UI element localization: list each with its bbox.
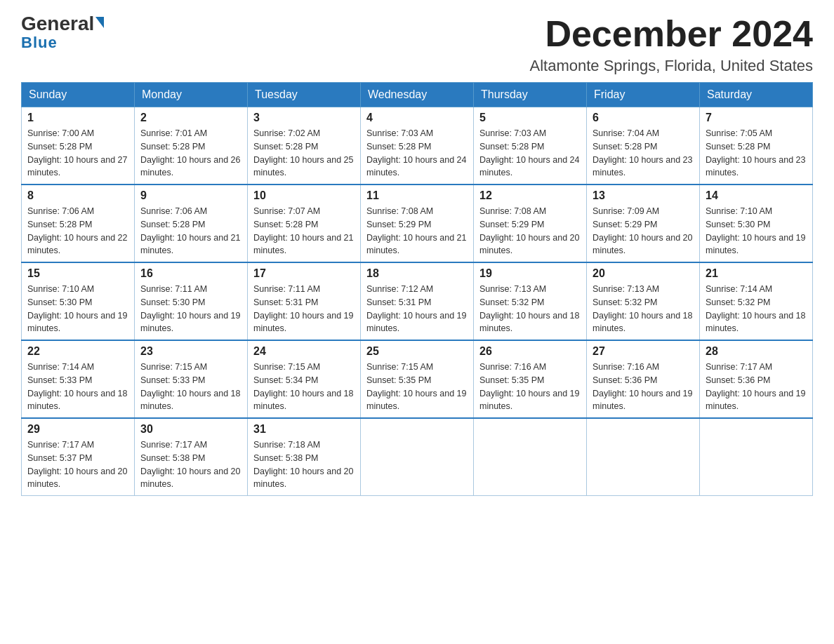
day-info: Sunrise: 7:15 AMSunset: 5:33 PMDaylight:… [140, 361, 241, 413]
calendar-cell: 22Sunrise: 7:14 AMSunset: 5:33 PMDayligh… [22, 340, 135, 418]
day-info: Sunrise: 7:06 AMSunset: 5:28 PMDaylight:… [140, 205, 241, 257]
day-number: 8 [27, 189, 128, 202]
day-number: 16 [140, 267, 241, 280]
calendar-cell: 29Sunrise: 7:17 AMSunset: 5:37 PMDayligh… [22, 418, 135, 496]
weekday-header-sunday: Sunday [22, 83, 135, 107]
day-info: Sunrise: 7:17 AMSunset: 5:36 PMDaylight:… [706, 361, 807, 413]
weekday-header-saturday: Saturday [700, 83, 813, 107]
day-number: 14 [706, 189, 807, 202]
day-info: Sunrise: 7:15 AMSunset: 5:35 PMDaylight:… [366, 361, 468, 413]
day-number: 20 [593, 267, 694, 280]
day-number: 2 [140, 112, 241, 124]
calendar-cell: 9Sunrise: 7:06 AMSunset: 5:28 PMDaylight… [135, 185, 248, 262]
calendar-cell: 4Sunrise: 7:03 AMSunset: 5:28 PMDaylight… [361, 107, 474, 185]
day-info: Sunrise: 7:08 AMSunset: 5:29 PMDaylight:… [366, 205, 468, 257]
day-info: Sunrise: 7:17 AMSunset: 5:37 PMDaylight:… [27, 438, 128, 491]
calendar-cell: 28Sunrise: 7:17 AMSunset: 5:36 PMDayligh… [700, 340, 813, 418]
weekday-header-friday: Friday [587, 83, 700, 107]
day-number: 31 [253, 423, 355, 436]
day-number: 21 [706, 267, 807, 280]
day-number: 9 [140, 189, 241, 202]
day-info: Sunrise: 7:13 AMSunset: 5:32 PMDaylight:… [479, 283, 581, 335]
calendar-cell: 10Sunrise: 7:07 AMSunset: 5:28 PMDayligh… [248, 185, 361, 262]
day-number: 10 [253, 189, 355, 202]
logo: General Blue [21, 14, 104, 52]
weekday-header-thursday: Thursday [474, 83, 587, 107]
calendar-cell: 1Sunrise: 7:00 AMSunset: 5:28 PMDaylight… [22, 107, 135, 185]
calendar-cell: 16Sunrise: 7:11 AMSunset: 5:30 PMDayligh… [135, 262, 248, 340]
day-info: Sunrise: 7:16 AMSunset: 5:36 PMDaylight:… [593, 361, 694, 413]
day-number: 23 [140, 345, 241, 358]
calendar-cell: 26Sunrise: 7:16 AMSunset: 5:35 PMDayligh… [474, 340, 587, 418]
day-number: 3 [253, 112, 355, 124]
day-number: 7 [706, 112, 807, 124]
day-info: Sunrise: 7:04 AMSunset: 5:28 PMDaylight:… [593, 127, 694, 180]
calendar-table: SundayMondayTuesdayWednesdayThursdayFrid… [21, 82, 813, 496]
day-number: 6 [593, 112, 694, 124]
day-info: Sunrise: 7:17 AMSunset: 5:38 PMDaylight:… [140, 438, 241, 491]
day-number: 4 [366, 112, 468, 124]
day-info: Sunrise: 7:13 AMSunset: 5:32 PMDaylight:… [593, 283, 694, 335]
calendar-cell: 24Sunrise: 7:15 AMSunset: 5:34 PMDayligh… [248, 340, 361, 418]
calendar-cell [474, 418, 587, 496]
day-info: Sunrise: 7:07 AMSunset: 5:28 PMDaylight:… [253, 205, 355, 257]
day-info: Sunrise: 7:08 AMSunset: 5:29 PMDaylight:… [479, 205, 581, 257]
day-info: Sunrise: 7:03 AMSunset: 5:28 PMDaylight:… [479, 127, 581, 180]
day-number: 22 [27, 345, 128, 358]
calendar-cell: 23Sunrise: 7:15 AMSunset: 5:33 PMDayligh… [135, 340, 248, 418]
day-number: 17 [253, 267, 355, 280]
page-header: General Blue December 2024 Altamonte Spr… [21, 14, 813, 75]
day-info: Sunrise: 7:06 AMSunset: 5:28 PMDaylight:… [27, 205, 128, 257]
calendar-cell: 15Sunrise: 7:10 AMSunset: 5:30 PMDayligh… [22, 262, 135, 340]
day-info: Sunrise: 7:10 AMSunset: 5:30 PMDaylight:… [706, 205, 807, 257]
day-info: Sunrise: 7:14 AMSunset: 5:32 PMDaylight:… [706, 283, 807, 335]
calendar-cell: 2Sunrise: 7:01 AMSunset: 5:28 PMDaylight… [135, 107, 248, 185]
calendar-cell: 14Sunrise: 7:10 AMSunset: 5:30 PMDayligh… [700, 185, 813, 262]
week-row-2: 8Sunrise: 7:06 AMSunset: 5:28 PMDaylight… [22, 185, 813, 262]
logo-text: General [21, 14, 104, 34]
day-info: Sunrise: 7:10 AMSunset: 5:30 PMDaylight:… [27, 283, 128, 335]
day-info: Sunrise: 7:03 AMSunset: 5:28 PMDaylight:… [366, 127, 468, 180]
calendar-cell: 27Sunrise: 7:16 AMSunset: 5:36 PMDayligh… [587, 340, 700, 418]
calendar-cell: 11Sunrise: 7:08 AMSunset: 5:29 PMDayligh… [361, 185, 474, 262]
calendar-cell: 31Sunrise: 7:18 AMSunset: 5:38 PMDayligh… [248, 418, 361, 496]
day-number: 11 [366, 189, 468, 202]
weekday-header-row: SundayMondayTuesdayWednesdayThursdayFrid… [22, 83, 813, 107]
calendar-cell: 25Sunrise: 7:15 AMSunset: 5:35 PMDayligh… [361, 340, 474, 418]
day-number: 26 [479, 345, 581, 358]
day-info: Sunrise: 7:11 AMSunset: 5:31 PMDaylight:… [253, 283, 355, 335]
weekday-header-wednesday: Wednesday [361, 83, 474, 107]
weekday-header-tuesday: Tuesday [248, 83, 361, 107]
day-number: 1 [27, 112, 128, 124]
calendar-cell [361, 418, 474, 496]
calendar-cell: 5Sunrise: 7:03 AMSunset: 5:28 PMDaylight… [474, 107, 587, 185]
day-number: 27 [593, 345, 694, 358]
day-info: Sunrise: 7:05 AMSunset: 5:28 PMDaylight:… [706, 127, 807, 180]
day-number: 13 [593, 189, 694, 202]
calendar-cell: 6Sunrise: 7:04 AMSunset: 5:28 PMDaylight… [587, 107, 700, 185]
weekday-header-monday: Monday [135, 83, 248, 107]
calendar-cell: 7Sunrise: 7:05 AMSunset: 5:28 PMDaylight… [700, 107, 813, 185]
day-info: Sunrise: 7:16 AMSunset: 5:35 PMDaylight:… [479, 361, 581, 413]
calendar-cell [700, 418, 813, 496]
location-title: Altamonte Springs, Florida, United State… [529, 57, 813, 75]
day-number: 25 [366, 345, 468, 358]
day-number: 19 [479, 267, 581, 280]
day-number: 12 [479, 189, 581, 202]
calendar-cell: 8Sunrise: 7:06 AMSunset: 5:28 PMDaylight… [22, 185, 135, 262]
day-number: 18 [366, 267, 468, 280]
calendar-cell [587, 418, 700, 496]
day-number: 29 [27, 423, 128, 436]
day-info: Sunrise: 7:18 AMSunset: 5:38 PMDaylight:… [253, 438, 355, 491]
day-info: Sunrise: 7:02 AMSunset: 5:28 PMDaylight:… [253, 127, 355, 180]
day-info: Sunrise: 7:00 AMSunset: 5:28 PMDaylight:… [27, 127, 128, 180]
week-row-4: 22Sunrise: 7:14 AMSunset: 5:33 PMDayligh… [22, 340, 813, 418]
day-number: 5 [479, 112, 581, 124]
calendar-cell: 30Sunrise: 7:17 AMSunset: 5:38 PMDayligh… [135, 418, 248, 496]
calendar-cell: 20Sunrise: 7:13 AMSunset: 5:32 PMDayligh… [587, 262, 700, 340]
day-info: Sunrise: 7:12 AMSunset: 5:31 PMDaylight:… [366, 283, 468, 335]
logo-blue: Blue [21, 34, 58, 52]
week-row-5: 29Sunrise: 7:17 AMSunset: 5:37 PMDayligh… [22, 418, 813, 496]
calendar-cell: 19Sunrise: 7:13 AMSunset: 5:32 PMDayligh… [474, 262, 587, 340]
calendar-cell: 21Sunrise: 7:14 AMSunset: 5:32 PMDayligh… [700, 262, 813, 340]
